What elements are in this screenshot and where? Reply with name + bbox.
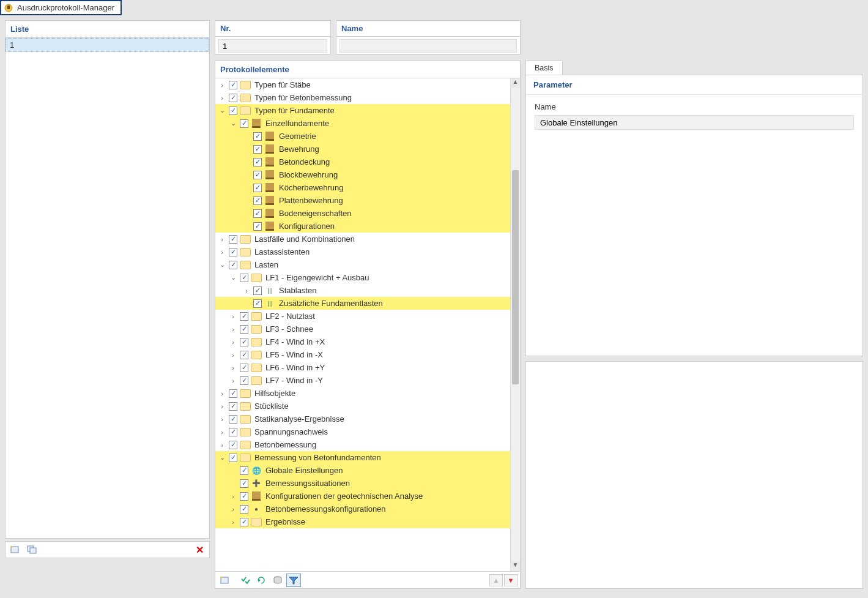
tree-row[interactable]: ›LF6 - Wind in +Y [215, 361, 510, 374]
tree-row[interactable]: ›Stablasten [215, 284, 510, 297]
chevron-down-icon[interactable]: ⌄ [218, 107, 226, 114]
database-button[interactable] [270, 574, 285, 587]
tree-row[interactable]: ›Bewehrung [215, 143, 510, 155]
checkbox[interactable] [229, 94, 237, 102]
checkbox[interactable] [240, 479, 248, 488]
checkbox[interactable] [229, 441, 237, 449]
checkbox[interactable] [229, 402, 237, 411]
chevron-right-icon[interactable]: › [229, 518, 237, 526]
chevron-right-icon[interactable]: › [229, 338, 237, 346]
tree-row[interactable]: ›Betondeckung [215, 155, 510, 168]
tree-row[interactable]: ›Statikanalyse-Ergebnisse [215, 413, 510, 425]
tree-row[interactable]: ›Konfigurationen der geotechnischen Anal… [215, 490, 510, 503]
tree-row[interactable]: ›Typen für Betonbemessung [215, 91, 510, 104]
tree-row[interactable]: ›Betonbemessung [215, 438, 510, 451]
tree-row[interactable]: ⌄Bemessung von Betonfundamenten [215, 451, 510, 464]
chevron-right-icon[interactable]: › [229, 377, 237, 384]
tree-row[interactable]: ›Plattenbewehrung [215, 194, 510, 207]
checkbox[interactable] [229, 454, 237, 462]
checkbox[interactable] [253, 209, 262, 218]
chevron-right-icon[interactable]: › [242, 287, 251, 294]
tree-row[interactable]: ›Blockbewehrung [215, 168, 510, 181]
checkbox[interactable] [229, 81, 237, 89]
checkbox[interactable] [240, 119, 248, 128]
tree-row[interactable]: ›LF3 - Schnee [215, 323, 510, 335]
move-up-button[interactable]: ▲ [489, 574, 503, 586]
tree-row[interactable]: ›LF2 - Nutzlast [215, 310, 510, 323]
name-input[interactable] [339, 39, 517, 53]
tree-row[interactable]: ›LF7 - Wind in -Y [215, 374, 510, 387]
chevron-right-icon[interactable]: › [218, 416, 226, 423]
checkbox[interactable] [253, 299, 262, 308]
chevron-right-icon[interactable]: › [218, 428, 226, 436]
delete-item-button[interactable]: ✕ [192, 543, 207, 556]
new-proto-button[interactable] [218, 574, 232, 587]
checkbox[interactable] [240, 518, 248, 526]
chevron-down-icon[interactable]: ⌄ [218, 454, 226, 462]
checkbox[interactable] [229, 428, 237, 436]
chevron-down-icon[interactable]: ⌄ [218, 261, 226, 269]
checkbox[interactable] [240, 325, 248, 334]
tree-row[interactable]: ›Geometrie [215, 130, 510, 143]
chevron-right-icon[interactable]: › [218, 94, 226, 102]
tree-row[interactable]: ›Betonbemessungskonfigurationen [215, 503, 510, 515]
tree-row[interactable]: ›Lastfälle und Kombinationen [215, 233, 510, 245]
chevron-right-icon[interactable]: › [229, 506, 237, 513]
scroll-up-icon[interactable]: ▲ [511, 78, 520, 88]
chevron-right-icon[interactable]: › [229, 313, 237, 320]
checkbox[interactable] [253, 145, 262, 154]
checkbox[interactable] [240, 364, 248, 372]
liste-item[interactable]: 1 [6, 38, 209, 52]
chevron-right-icon[interactable]: › [229, 326, 237, 333]
checkbox[interactable] [229, 248, 237, 256]
chevron-right-icon[interactable]: › [229, 351, 237, 359]
checkbox[interactable] [229, 389, 237, 398]
tree-row[interactable]: ⌄Typen für Fundamente [215, 104, 510, 117]
chevron-down-icon[interactable]: ⌄ [229, 274, 237, 282]
tree-row[interactable]: ›Köcherbewehrung [215, 181, 510, 194]
checkbox[interactable] [240, 351, 248, 359]
chevron-right-icon[interactable]: › [218, 441, 226, 449]
checkbox[interactable] [253, 158, 262, 166]
chevron-right-icon[interactable]: › [218, 390, 226, 397]
checkbox[interactable] [229, 415, 237, 424]
checkbox[interactable] [253, 196, 262, 205]
tree-row[interactable]: ›Ergebnisse [215, 515, 510, 528]
chevron-right-icon[interactable]: › [218, 81, 226, 89]
filter-button[interactable] [286, 574, 301, 587]
tree-row[interactable]: ⌄Lasten [215, 258, 510, 271]
checkbox[interactable] [253, 286, 262, 295]
tree-row[interactable]: ›Globale Einstellungen [215, 464, 510, 477]
tree-row[interactable]: ›LF4 - Wind in +X [215, 335, 510, 348]
parameter-name-input[interactable] [535, 115, 854, 130]
scroll-thumb[interactable] [512, 170, 519, 384]
tree-row[interactable]: ›Bemessungssituationen [215, 477, 510, 490]
chevron-right-icon[interactable]: › [218, 403, 226, 410]
checkbox[interactable] [229, 235, 237, 244]
tree-row[interactable]: ›Konfigurationen [215, 220, 510, 233]
checkbox[interactable] [240, 466, 248, 475]
tree-row[interactable]: ›LF5 - Wind in -X [215, 348, 510, 361]
move-down-button[interactable]: ▼ [504, 574, 517, 586]
checkbox[interactable] [253, 132, 262, 141]
checkbox[interactable] [240, 274, 248, 282]
checkbox[interactable] [253, 184, 262, 192]
tree-row[interactable]: ›Typen für Stäbe [215, 78, 510, 91]
copy-item-button[interactable] [25, 543, 40, 556]
checkbox[interactable] [229, 107, 237, 115]
check-all-button[interactable] [239, 574, 253, 587]
checkbox[interactable] [253, 171, 262, 179]
tree-row[interactable]: ⌄LF1 - Eigengewicht + Ausbau [215, 271, 510, 284]
chevron-down-icon[interactable]: ⌄ [229, 119, 237, 127]
scroll-down-icon[interactable]: ▼ [511, 561, 520, 571]
chevron-right-icon[interactable]: › [229, 364, 237, 372]
refresh-button[interactable] [254, 574, 269, 587]
tree-row[interactable]: ›Lastassistenten [215, 245, 510, 258]
tab-basis[interactable]: Basis [525, 61, 563, 75]
checkbox[interactable] [229, 261, 237, 269]
chevron-right-icon[interactable]: › [229, 493, 237, 500]
chevron-right-icon[interactable]: › [218, 249, 226, 256]
tree-row[interactable]: ›Bodeneigenschaften [215, 207, 510, 220]
checkbox[interactable] [240, 505, 248, 514]
tree-row[interactable]: ›Spannungsnachweis [215, 425, 510, 438]
